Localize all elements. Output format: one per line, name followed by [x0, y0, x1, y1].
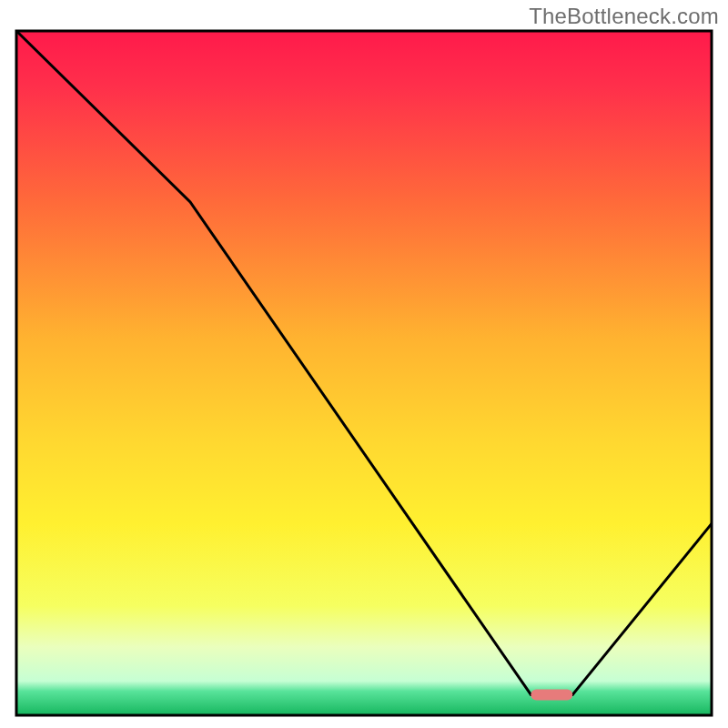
optimal-range-marker	[531, 689, 572, 700]
bottleneck-chart	[0, 0, 728, 728]
attribution-label: TheBottleneck.com	[529, 4, 719, 29]
chart-frame: TheBottleneck.com	[0, 0, 728, 728]
